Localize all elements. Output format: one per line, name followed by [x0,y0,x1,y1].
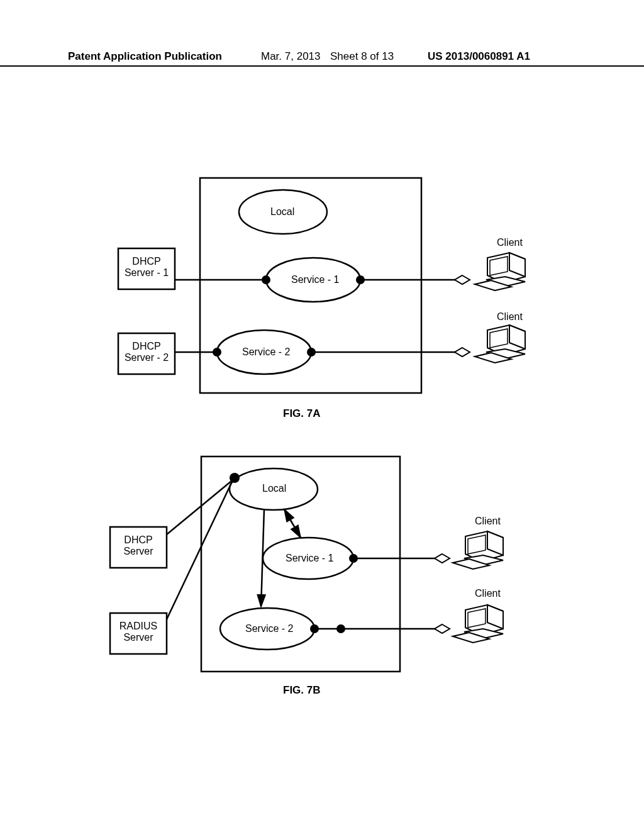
dhcp-server-label-b: DHCP Server [110,534,167,557]
svg-point-32 [336,624,345,633]
figure-7b-svg [0,0,644,755]
radius-line1: RADIUS [110,621,167,632]
svg-marker-29 [435,554,450,563]
svg-rect-16 [201,456,400,672]
radius-server-label: RADIUS Server [110,621,167,643]
client1-label-b: Client [475,516,501,527]
service1-ellipse-label-b: Service - 1 [286,553,333,564]
client2-label-b: Client [475,588,501,599]
dhcpB-line1: DHCP [110,534,167,546]
svg-line-25 [284,509,301,538]
dhcpB-line2: Server [110,546,167,557]
radius-line2: Server [110,632,167,643]
service2-ellipse-label-b: Service - 2 [245,623,293,634]
patent-page: Patent Application Publication Mar. 7, 2… [0,0,644,830]
svg-line-24 [167,483,231,619]
figure-7b-caption: FIG. 7B [283,684,321,697]
svg-marker-34 [435,624,450,633]
local-ellipse-label-b: Local [262,483,286,494]
svg-line-23 [167,481,231,534]
